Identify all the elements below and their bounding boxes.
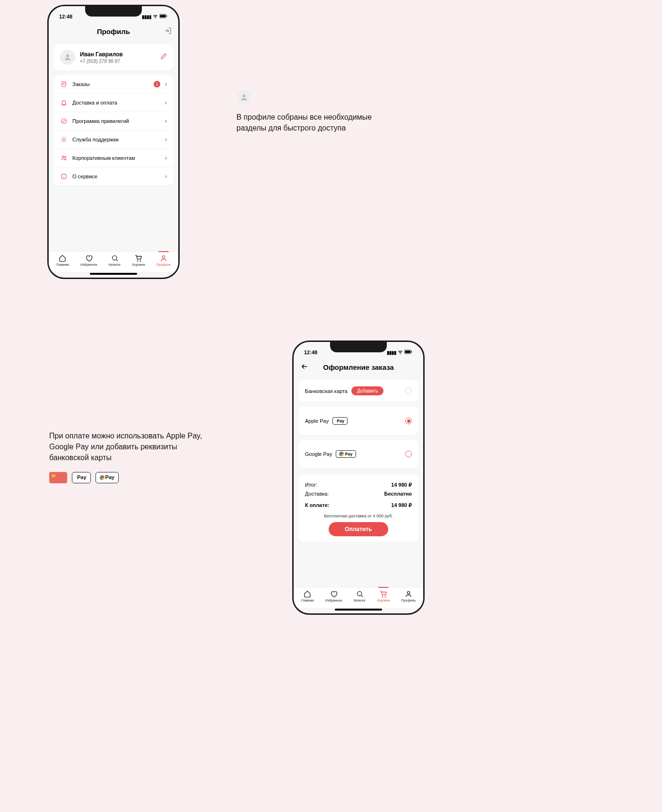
radio-bank[interactable]: [405, 388, 412, 394]
radio-google[interactable]: [405, 451, 412, 457]
users-icon: [60, 155, 68, 161]
summary-value: 14 980 ₽: [391, 502, 412, 508]
tab-label: Главная: [56, 263, 69, 266]
summary-label: Доставка:: [305, 491, 329, 497]
notch: [330, 342, 387, 352]
status-time: 12:48: [304, 349, 317, 355]
tab-label: Избранное: [325, 599, 342, 602]
payment-google-pay[interactable]: Google Pay Pay: [298, 440, 418, 468]
signal-icon: ▮▮▮▮: [387, 350, 396, 355]
tab-label: Профиль: [157, 263, 171, 266]
summary-value: Бесплатно: [384, 491, 412, 497]
avatar-icon: [236, 90, 252, 105]
pay-button[interactable]: Оплатить: [329, 522, 388, 536]
menu-privileges[interactable]: Программа привилегий ›: [53, 112, 174, 131]
tab-label: Профиль: [401, 599, 416, 602]
menu-label: Доставка и оплата: [72, 100, 160, 105]
svg-point-3: [66, 54, 69, 57]
svg-point-10: [112, 256, 116, 260]
user-info: Иван Гаврилов +7 (918) 278 98 87: [80, 51, 156, 64]
tab-cart[interactable]: Корзина: [132, 254, 145, 266]
tab-home[interactable]: Главная: [56, 254, 69, 266]
tab-bar: Главная Избранное Каталог Корзина Профил…: [49, 251, 178, 272]
menu-orders[interactable]: Заказы 1 ›: [53, 75, 174, 94]
tab-home[interactable]: Главная: [301, 590, 314, 602]
annotation-text: При оплате можно использовать Apple Pay,…: [49, 430, 210, 463]
info-icon: [60, 173, 68, 180]
radio-apple[interactable]: [405, 418, 412, 424]
svg-rect-1: [160, 15, 166, 17]
summary-label: К оплате:: [305, 502, 329, 508]
tab-label: Корзина: [377, 599, 390, 602]
logout-icon[interactable]: [164, 27, 172, 36]
tab-profile[interactable]: Профиль: [401, 590, 416, 602]
tab-label: Избранное: [80, 263, 97, 266]
status-icons: ▮▮▮▮: [387, 349, 413, 356]
phone-profile: 12:48 ▮▮▮▮ Профиль Иван Гаврилов +7 (918…: [47, 5, 180, 279]
svg-point-17: [407, 592, 409, 594]
apple-pay-icon: Pay: [72, 472, 91, 483]
menu-about[interactable]: О сервисе ›: [53, 167, 174, 185]
chevron-right-icon: ›: [165, 173, 167, 180]
payment-apple-pay[interactable]: Apple Pay Pay: [298, 407, 418, 435]
tab-fav[interactable]: Избранное: [325, 590, 342, 602]
tab-label: Главная: [301, 599, 314, 602]
tab-catalog[interactable]: Каталог: [109, 254, 121, 266]
status-icons: ▮▮▮▮: [142, 14, 168, 20]
svg-point-16: [357, 592, 361, 596]
apple-pay-logo: Pay: [332, 417, 348, 425]
summary-label: Итог:: [305, 482, 317, 488]
avatar: [60, 50, 75, 65]
status-time: 12:48: [59, 14, 72, 19]
gear-icon: [60, 136, 68, 143]
menu-label: Программа привилегий: [72, 118, 160, 124]
tab-catalog[interactable]: Каталог: [354, 590, 366, 602]
tab-profile[interactable]: Профиль: [157, 254, 171, 266]
payment-label: Банковская карта: [305, 388, 348, 394]
signal-icon: ▮▮▮▮: [142, 14, 151, 19]
svg-point-11: [162, 256, 165, 258]
percent-icon: [60, 118, 68, 124]
payment-bank-card[interactable]: Банковская карта Добавить: [298, 380, 418, 402]
wifi-icon: [398, 349, 403, 356]
tab-cart[interactable]: Корзина: [377, 590, 390, 602]
battery-icon: [159, 14, 168, 19]
page-title: Профиль: [97, 27, 130, 35]
svg-point-7: [62, 156, 64, 158]
user-card[interactable]: Иван Гаврилов +7 (918) 278 98 87: [53, 44, 174, 70]
add-card-button[interactable]: Добавить: [351, 386, 383, 395]
wifi-icon: [153, 14, 158, 20]
tab-fav[interactable]: Избранное: [80, 254, 97, 266]
summary-delivery: Доставка: Бесплатно: [305, 489, 412, 498]
google-pay-icon: Pay: [96, 472, 119, 483]
svg-rect-2: [166, 15, 167, 17]
menu-delivery[interactable]: Доставка и оплата ›: [53, 94, 174, 112]
summary-pay: К оплате: 14 980 ₽: [305, 501, 412, 510]
menu-label: О сервисе: [72, 174, 160, 179]
tab-label: Каталог: [354, 599, 366, 602]
free-delivery-note: Бесплатная доставка от 4 000 руб.: [305, 514, 412, 518]
menu-support[interactable]: Служба поддержки ›: [53, 131, 174, 149]
bank-card-icon: [49, 472, 67, 483]
phone-checkout: 12:48 ▮▮▮▮ Оформление заказа Банковская …: [292, 341, 425, 615]
annotation-profile: В профиле собраны все необходимые раздел…: [236, 90, 402, 133]
svg-rect-15: [411, 351, 412, 353]
notch: [85, 6, 142, 17]
menu-corporate[interactable]: Корпоративным клиентам ›: [53, 149, 174, 167]
bell-icon: [60, 99, 68, 106]
summary-value: 14 980 ₽: [391, 482, 412, 488]
menu-label: Корпоративным клиентам: [72, 155, 160, 161]
payment-label: Apple Pay: [305, 418, 329, 424]
back-icon[interactable]: [300, 362, 309, 372]
edit-icon[interactable]: [160, 53, 167, 61]
menu-label: Служба поддержки: [72, 137, 160, 142]
tab-bar: Главная Избранное Каталог Корзина Профил…: [294, 587, 423, 608]
home-indicator: [90, 273, 137, 275]
svg-point-6: [63, 139, 65, 140]
home-indicator: [335, 609, 382, 611]
chevron-right-icon: ›: [165, 155, 167, 161]
user-phone: +7 (918) 278 98 87: [80, 59, 156, 64]
summary-total: Итог: 14 980 ₽: [305, 480, 412, 489]
payment-icons: Pay Pay: [49, 472, 210, 483]
profile-menu: Заказы 1 › Доставка и оплата › Программа…: [53, 75, 174, 185]
